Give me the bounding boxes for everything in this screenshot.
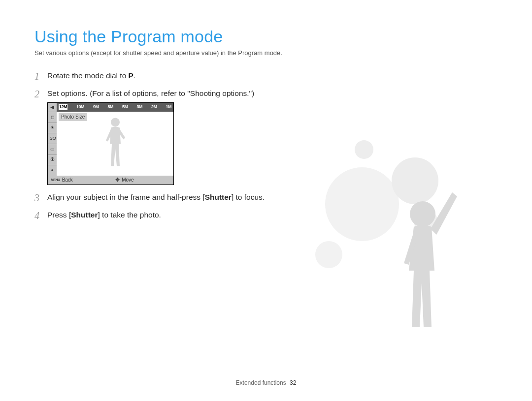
page-footer: Extended functions 32: [0, 379, 532, 386]
lcd-person-silhouette: [103, 117, 127, 168]
step-text: Rotate the mode dial to: [47, 71, 129, 80]
step-1: 1 Rotate the mode dial to P.: [34, 70, 291, 81]
lcd-move-label: Move: [122, 177, 133, 184]
lcd-icon-ev: ☀: [48, 123, 57, 133]
menu-icon: MENU: [51, 178, 60, 183]
page-title: Using the Program mode: [34, 27, 498, 46]
step-number: 2: [34, 87, 39, 101]
step-3: 3 Align your subject in the frame and ha…: [34, 192, 291, 203]
step-text: Press [: [47, 211, 71, 219]
svg-point-0: [111, 118, 120, 126]
step-text: Set options. (For a list of options, ref…: [47, 89, 254, 97]
lcd-icon-wb: ▭: [48, 144, 57, 154]
lcd-size-row: ◀ 12M 10M 9M 8M 5M 3M 2M 1M: [48, 103, 173, 112]
decorative-illustration: [315, 123, 483, 335]
step-number: 4: [34, 209, 39, 223]
lcd-icon-face: ⦿: [48, 154, 57, 165]
lcd-icon-focus: ✦: [48, 165, 57, 176]
lcd-icon-quality: ◻: [48, 112, 57, 123]
dpad-icon: ✥: [115, 176, 120, 184]
lcd-icon-iso: ISO: [48, 133, 57, 144]
footer-section: Extended functions: [236, 379, 286, 386]
step-number: 1: [34, 69, 39, 84]
arrow-left-icon: ◀: [48, 103, 57, 112]
lcd-option-label: Photo Size: [59, 113, 87, 122]
step-text: Align your subject in the frame and half…: [47, 193, 205, 201]
page-subtitle: Set various options (except for shutter …: [34, 49, 498, 57]
lcd-size-options: 12M 10M 9M 8M 5M 3M 2M 1M: [57, 104, 173, 110]
lcd-back-label: Back: [62, 177, 73, 184]
step-number: 3: [34, 191, 39, 205]
mode-p-glyph: P: [129, 71, 133, 80]
child-silhouette: [389, 185, 463, 332]
step-4: 4 Press [Shutter] to take the photo.: [34, 210, 291, 220]
steps-list: 1 Rotate the mode dial to P. 2 Set optio…: [34, 70, 291, 221]
footer-page-number: 32: [290, 379, 296, 386]
lcd-viewfinder: Photo Size: [57, 112, 173, 176]
svg-point-1: [410, 201, 435, 227]
lcd-side-icons: ◻ ☀ ISO ▭ ⦿ ✦: [48, 112, 57, 176]
step-2: 2 Set options. (For a list of options, r…: [34, 88, 291, 185]
lcd-bottom-bar: MENU Back ✥ Move: [48, 176, 173, 185]
camera-lcd-illustration: ◀ 12M 10M 9M 8M 5M 3M 2M 1M ◻: [47, 102, 174, 185]
